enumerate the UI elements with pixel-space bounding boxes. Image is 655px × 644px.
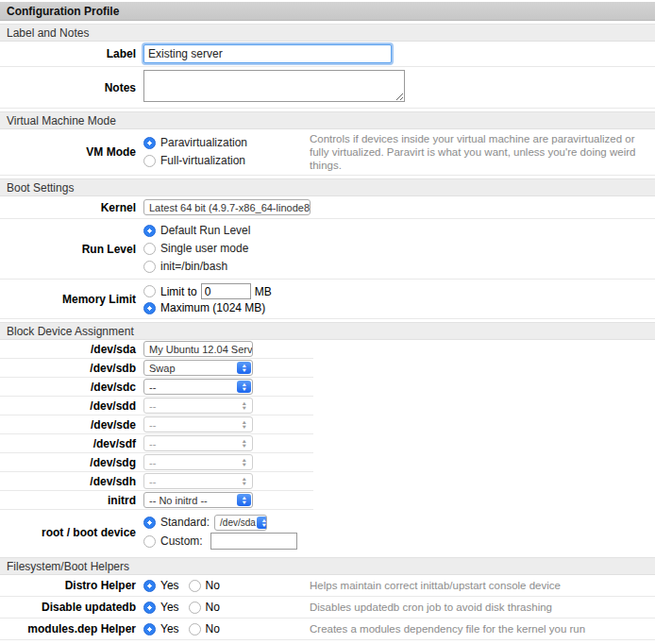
initrd-select[interactable]: -- No initrd -- ▲▼ xyxy=(143,492,253,508)
notes-textarea[interactable] xyxy=(143,70,405,102)
modules-dep-row: modules.dep Helper Yes No Creates a modu… xyxy=(0,619,655,640)
label-input[interactable] xyxy=(143,44,392,63)
modules-dep-yes-label[interactable]: Yes xyxy=(160,622,179,636)
disable-updatedb-yes-radio[interactable] xyxy=(143,602,156,614)
run-level-single-user-label[interactable]: Single user mode xyxy=(160,241,248,257)
device-row-sda: /dev/sda My Ubuntu 12.04 Server ▲▼ xyxy=(0,340,313,359)
distro-helper-yes-label[interactable]: Yes xyxy=(160,579,179,592)
root-standard-label[interactable]: Standard: xyxy=(160,515,210,531)
initrd-select-value: -- No initrd -- xyxy=(149,495,208,506)
disable-updatedb-no-radio[interactable] xyxy=(189,602,201,614)
dev-sdc-select-value: -- xyxy=(149,381,156,393)
run-level-row: Run Level Default Run Level Single user … xyxy=(0,219,655,280)
dev-sdb-select-value: Swap xyxy=(149,363,176,374)
section-header-helpers: Filesystem/Boot Helpers xyxy=(0,557,655,575)
dev-sdh-select-value: -- xyxy=(149,476,156,487)
memory-limit-row: Memory Limit Limit to MB Maximum (1024 M… xyxy=(0,280,655,319)
disable-updatedb-label: Disable updatedb xyxy=(0,601,143,614)
memory-maximum-label[interactable]: Maximum (1024 MB) xyxy=(160,301,265,314)
dev-sdh-select: -- ▲▼ xyxy=(143,473,253,489)
root-standard-radio[interactable] xyxy=(143,517,156,529)
run-level-single-user-radio[interactable] xyxy=(143,243,156,255)
paravirtualization-radio[interactable] xyxy=(143,137,156,149)
section-header-vm-mode: Virtual Machine Mode xyxy=(0,111,655,129)
disable-updatedb-no-label[interactable]: No xyxy=(206,601,220,614)
dev-sda-select[interactable]: My Ubuntu 12.04 Server ▲▼ xyxy=(143,341,253,357)
dev-sdd-select-value: -- xyxy=(149,400,156,412)
dev-sda-label: /dev/sda xyxy=(0,343,143,356)
kernel-row: Kernel Latest 64 bit (4.9.7-x86_64-linod… xyxy=(0,196,655,219)
notes-row: Notes xyxy=(0,67,655,109)
dev-sdf-select-value: -- xyxy=(149,438,156,449)
dev-sdd-label: /dev/sdd xyxy=(0,399,143,413)
notes-field-label: Notes xyxy=(0,81,143,94)
device-row-sdc: /dev/sdc -- ▲▼ xyxy=(0,378,313,397)
select-stepper-icon: ▲▼ xyxy=(237,456,251,468)
device-row-sdf: /dev/sdf -- ▲▼ xyxy=(0,434,313,453)
section-header-block-devices: Block Device Assignment xyxy=(0,322,655,340)
select-stepper-icon: ▲▼ xyxy=(237,362,251,374)
kernel-select[interactable]: Latest 64 bit (4.9.7-x86_64-linode80) ▲▼ xyxy=(143,199,311,215)
root-device-select[interactable]: /dev/sda ▲▼ xyxy=(214,515,267,531)
distro-helper-yes-radio[interactable] xyxy=(143,580,156,592)
dev-sdg-select-value: -- xyxy=(149,457,156,468)
memory-maximum-radio[interactable] xyxy=(143,302,156,314)
distro-helper-no-radio[interactable] xyxy=(189,580,201,592)
dev-sdb-label: /dev/sdb xyxy=(0,362,143,375)
root-custom-label[interactable]: Custom: xyxy=(160,534,203,550)
memory-limit-label: Memory Limit xyxy=(0,293,143,306)
dev-sdf-select: -- ▲▼ xyxy=(143,435,253,451)
dev-sdd-select: -- ▲▼ xyxy=(143,398,253,414)
dev-sde-label: /dev/sde xyxy=(0,418,143,432)
initrd-label: initrd xyxy=(0,494,143,507)
section-header-boot-settings: Boot Settings xyxy=(0,178,655,196)
memory-limit-to-radio[interactable] xyxy=(143,285,156,297)
vm-mode-label: VM Mode xyxy=(0,145,143,159)
memory-limit-input[interactable] xyxy=(201,283,251,299)
dev-sdf-label: /dev/sdf xyxy=(0,437,143,450)
modules-dep-help-text: Creates a modules dependency file for th… xyxy=(310,622,655,636)
run-level-init-bash-label[interactable]: init=/bin/bash xyxy=(160,259,227,275)
kernel-select-value: Latest 64 bit (4.9.7-x86_64-linode80) xyxy=(149,202,311,213)
page-title: Configuration Profile xyxy=(0,2,655,21)
device-row-sde: /dev/sde -- ▲▼ xyxy=(0,415,313,434)
select-stepper-icon: ▲▼ xyxy=(237,418,251,431)
full-virtualization-radio[interactable] xyxy=(143,155,156,167)
dev-sdb-select[interactable]: Swap ▲▼ xyxy=(143,360,253,376)
device-row-sdg: /dev/sdg -- ▲▼ xyxy=(0,453,313,472)
disable-updatedb-yes-label[interactable]: Yes xyxy=(160,601,179,614)
modules-dep-yes-radio[interactable] xyxy=(143,623,156,636)
paravirtualization-radio-label[interactable]: Paravirtualization xyxy=(160,135,247,151)
dev-sdc-select[interactable]: -- ▲▼ xyxy=(143,379,253,395)
run-level-default-radio[interactable] xyxy=(143,225,156,237)
label-field-label: Label xyxy=(0,47,143,60)
root-custom-radio[interactable] xyxy=(143,535,156,548)
dev-sdg-label: /dev/sdg xyxy=(0,456,143,469)
memory-limit-unit: MB xyxy=(255,285,272,298)
distro-helper-row: Distro Helper Yes No Helps maintain corr… xyxy=(0,575,655,597)
kernel-label: Kernel xyxy=(0,201,143,214)
run-level-default-label[interactable]: Default Run Level xyxy=(160,223,250,239)
select-stepper-icon: ▲▼ xyxy=(237,437,251,449)
root-boot-device-row: root / boot device Standard: /dev/sda ▲▼… xyxy=(0,510,313,554)
dev-sde-select: -- ▲▼ xyxy=(143,416,253,432)
dev-sdc-label: /dev/sdc xyxy=(0,381,143,394)
select-stepper-icon: ▲▼ xyxy=(237,399,251,412)
run-level-init-bash-radio[interactable] xyxy=(143,261,156,273)
automount-devtmpfs-row: Automount devtmpfs Yes No Controls if pv… xyxy=(0,640,655,644)
full-virtualization-radio-label[interactable]: Full-virtualization xyxy=(160,153,245,169)
section-header-label-notes: Label and Notes xyxy=(0,24,655,42)
dev-sda-select-value: My Ubuntu 12.04 Server xyxy=(149,344,253,355)
modules-dep-no-radio[interactable] xyxy=(189,623,201,636)
memory-limit-to-label[interactable]: Limit to xyxy=(160,285,197,298)
modules-dep-no-label[interactable]: No xyxy=(206,622,220,636)
root-custom-input[interactable] xyxy=(210,533,297,550)
root-boot-device-label: root / boot device xyxy=(0,526,143,539)
root-device-select-value: /dev/sda xyxy=(220,515,256,531)
dev-sdg-select: -- ▲▼ xyxy=(143,454,253,470)
distro-helper-help-text: Helps maintain correct inittab/upstart c… xyxy=(310,579,655,592)
device-row-sdd: /dev/sdd -- ▲▼ xyxy=(0,397,313,415)
block-device-table: /dev/sda My Ubuntu 12.04 Server ▲▼ /dev/… xyxy=(0,340,313,554)
distro-helper-no-label[interactable]: No xyxy=(206,579,220,592)
dev-sde-select-value: -- xyxy=(149,419,156,431)
